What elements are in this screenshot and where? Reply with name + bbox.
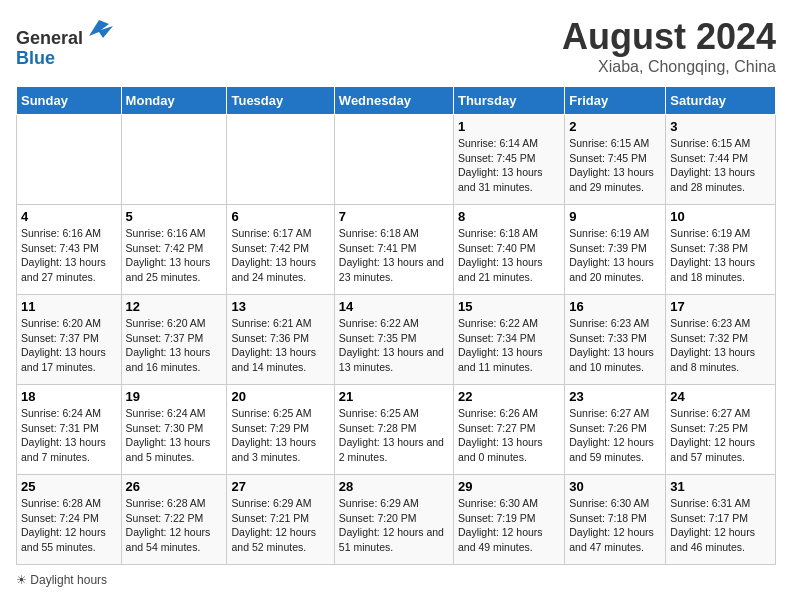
- day-number: 18: [21, 389, 117, 404]
- day-info: Sunrise: 6:28 AMSunset: 7:24 PMDaylight:…: [21, 496, 117, 555]
- day-number: 6: [231, 209, 329, 224]
- day-info: Sunrise: 6:29 AMSunset: 7:20 PMDaylight:…: [339, 496, 449, 555]
- calendar-cell: 10Sunrise: 6:19 AMSunset: 7:38 PMDayligh…: [666, 205, 776, 295]
- calendar-cell: 23Sunrise: 6:27 AMSunset: 7:26 PMDayligh…: [565, 385, 666, 475]
- day-info: Sunrise: 6:27 AMSunset: 7:26 PMDaylight:…: [569, 406, 661, 465]
- day-info: Sunrise: 6:30 AMSunset: 7:19 PMDaylight:…: [458, 496, 560, 555]
- calendar-cell: 5Sunrise: 6:16 AMSunset: 7:42 PMDaylight…: [121, 205, 227, 295]
- day-info: Sunrise: 6:20 AMSunset: 7:37 PMDaylight:…: [126, 316, 223, 375]
- logo: General Blue: [16, 16, 113, 69]
- calendar-cell: 25Sunrise: 6:28 AMSunset: 7:24 PMDayligh…: [17, 475, 122, 565]
- day-info: Sunrise: 6:18 AMSunset: 7:41 PMDaylight:…: [339, 226, 449, 285]
- day-info: Sunrise: 6:31 AMSunset: 7:17 PMDaylight:…: [670, 496, 771, 555]
- calendar-cell: 6Sunrise: 6:17 AMSunset: 7:42 PMDaylight…: [227, 205, 334, 295]
- day-number: 27: [231, 479, 329, 494]
- day-number: 13: [231, 299, 329, 314]
- legend: ☀ Daylight hours: [16, 573, 776, 587]
- logo-blue: Blue: [16, 48, 55, 68]
- calendar-cell: [334, 115, 453, 205]
- calendar-cell: 8Sunrise: 6:18 AMSunset: 7:40 PMDaylight…: [453, 205, 564, 295]
- calendar-cell: 31Sunrise: 6:31 AMSunset: 7:17 PMDayligh…: [666, 475, 776, 565]
- calendar-cell: 18Sunrise: 6:24 AMSunset: 7:31 PMDayligh…: [17, 385, 122, 475]
- calendar-cell: 11Sunrise: 6:20 AMSunset: 7:37 PMDayligh…: [17, 295, 122, 385]
- calendar-cell: 20Sunrise: 6:25 AMSunset: 7:29 PMDayligh…: [227, 385, 334, 475]
- day-number: 24: [670, 389, 771, 404]
- day-info: Sunrise: 6:19 AMSunset: 7:38 PMDaylight:…: [670, 226, 771, 285]
- day-number: 23: [569, 389, 661, 404]
- main-title: August 2024: [562, 16, 776, 58]
- weekday-header: Sunday: [17, 87, 122, 115]
- day-info: Sunrise: 6:16 AMSunset: 7:42 PMDaylight:…: [126, 226, 223, 285]
- day-number: 20: [231, 389, 329, 404]
- calendar-cell: 17Sunrise: 6:23 AMSunset: 7:32 PMDayligh…: [666, 295, 776, 385]
- day-number: 15: [458, 299, 560, 314]
- subtitle: Xiaba, Chongqing, China: [562, 58, 776, 76]
- day-info: Sunrise: 6:28 AMSunset: 7:22 PMDaylight:…: [126, 496, 223, 555]
- day-number: 19: [126, 389, 223, 404]
- calendar-cell: [17, 115, 122, 205]
- calendar-table: SundayMondayTuesdayWednesdayThursdayFrid…: [16, 86, 776, 565]
- day-number: 28: [339, 479, 449, 494]
- calendar-cell: 9Sunrise: 6:19 AMSunset: 7:39 PMDaylight…: [565, 205, 666, 295]
- calendar-week-row: 18Sunrise: 6:24 AMSunset: 7:31 PMDayligh…: [17, 385, 776, 475]
- day-number: 26: [126, 479, 223, 494]
- weekday-header: Tuesday: [227, 87, 334, 115]
- calendar-cell: 22Sunrise: 6:26 AMSunset: 7:27 PMDayligh…: [453, 385, 564, 475]
- day-info: Sunrise: 6:18 AMSunset: 7:40 PMDaylight:…: [458, 226, 560, 285]
- day-info: Sunrise: 6:29 AMSunset: 7:21 PMDaylight:…: [231, 496, 329, 555]
- day-number: 29: [458, 479, 560, 494]
- day-info: Sunrise: 6:24 AMSunset: 7:31 PMDaylight:…: [21, 406, 117, 465]
- title-block: August 2024 Xiaba, Chongqing, China: [562, 16, 776, 76]
- day-info: Sunrise: 6:23 AMSunset: 7:32 PMDaylight:…: [670, 316, 771, 375]
- calendar-cell: 30Sunrise: 6:30 AMSunset: 7:18 PMDayligh…: [565, 475, 666, 565]
- weekday-header-row: SundayMondayTuesdayWednesdayThursdayFrid…: [17, 87, 776, 115]
- day-number: 31: [670, 479, 771, 494]
- day-number: 4: [21, 209, 117, 224]
- day-number: 22: [458, 389, 560, 404]
- logo-general: General: [16, 28, 83, 48]
- calendar-cell: 14Sunrise: 6:22 AMSunset: 7:35 PMDayligh…: [334, 295, 453, 385]
- weekday-header: Monday: [121, 87, 227, 115]
- day-number: 9: [569, 209, 661, 224]
- calendar-cell: 16Sunrise: 6:23 AMSunset: 7:33 PMDayligh…: [565, 295, 666, 385]
- calendar-cell: [121, 115, 227, 205]
- calendar-cell: [227, 115, 334, 205]
- day-number: 10: [670, 209, 771, 224]
- calendar-cell: 2Sunrise: 6:15 AMSunset: 7:45 PMDaylight…: [565, 115, 666, 205]
- day-number: 5: [126, 209, 223, 224]
- day-number: 17: [670, 299, 771, 314]
- calendar-cell: 29Sunrise: 6:30 AMSunset: 7:19 PMDayligh…: [453, 475, 564, 565]
- day-number: 1: [458, 119, 560, 134]
- day-info: Sunrise: 6:24 AMSunset: 7:30 PMDaylight:…: [126, 406, 223, 465]
- day-info: Sunrise: 6:22 AMSunset: 7:34 PMDaylight:…: [458, 316, 560, 375]
- calendar-cell: 26Sunrise: 6:28 AMSunset: 7:22 PMDayligh…: [121, 475, 227, 565]
- calendar-cell: 24Sunrise: 6:27 AMSunset: 7:25 PMDayligh…: [666, 385, 776, 475]
- weekday-header: Friday: [565, 87, 666, 115]
- calendar-cell: 21Sunrise: 6:25 AMSunset: 7:28 PMDayligh…: [334, 385, 453, 475]
- calendar-week-row: 1Sunrise: 6:14 AMSunset: 7:45 PMDaylight…: [17, 115, 776, 205]
- day-info: Sunrise: 6:14 AMSunset: 7:45 PMDaylight:…: [458, 136, 560, 195]
- day-number: 3: [670, 119, 771, 134]
- day-number: 14: [339, 299, 449, 314]
- calendar-cell: 19Sunrise: 6:24 AMSunset: 7:30 PMDayligh…: [121, 385, 227, 475]
- day-number: 30: [569, 479, 661, 494]
- calendar-cell: 3Sunrise: 6:15 AMSunset: 7:44 PMDaylight…: [666, 115, 776, 205]
- day-info: Sunrise: 6:20 AMSunset: 7:37 PMDaylight:…: [21, 316, 117, 375]
- day-info: Sunrise: 6:26 AMSunset: 7:27 PMDaylight:…: [458, 406, 560, 465]
- day-number: 25: [21, 479, 117, 494]
- day-info: Sunrise: 6:16 AMSunset: 7:43 PMDaylight:…: [21, 226, 117, 285]
- day-info: Sunrise: 6:17 AMSunset: 7:42 PMDaylight:…: [231, 226, 329, 285]
- page-header: General Blue August 2024 Xiaba, Chongqin…: [16, 16, 776, 76]
- svg-marker-0: [89, 20, 113, 38]
- day-number: 8: [458, 209, 560, 224]
- calendar-cell: 28Sunrise: 6:29 AMSunset: 7:20 PMDayligh…: [334, 475, 453, 565]
- day-info: Sunrise: 6:15 AMSunset: 7:44 PMDaylight:…: [670, 136, 771, 195]
- day-info: Sunrise: 6:30 AMSunset: 7:18 PMDaylight:…: [569, 496, 661, 555]
- day-info: Sunrise: 6:19 AMSunset: 7:39 PMDaylight:…: [569, 226, 661, 285]
- calendar-cell: 12Sunrise: 6:20 AMSunset: 7:37 PMDayligh…: [121, 295, 227, 385]
- weekday-header: Saturday: [666, 87, 776, 115]
- day-info: Sunrise: 6:22 AMSunset: 7:35 PMDaylight:…: [339, 316, 449, 375]
- day-number: 11: [21, 299, 117, 314]
- weekday-header: Wednesday: [334, 87, 453, 115]
- weekday-header: Thursday: [453, 87, 564, 115]
